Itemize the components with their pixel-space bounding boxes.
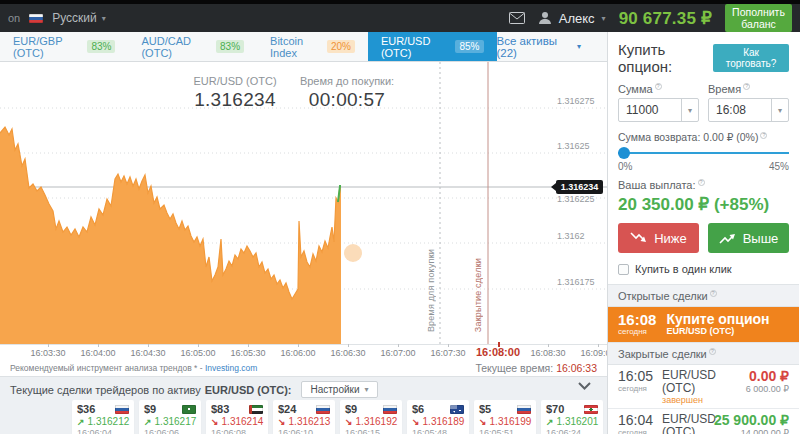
- trade-timestamp: 16:06:15: [345, 428, 397, 434]
- trade-amount: $9: [345, 403, 357, 415]
- trade-timestamp: 16:06:08: [211, 428, 263, 434]
- time-tick-label: 16:06:00: [280, 348, 315, 358]
- time-tick: [298, 344, 299, 347]
- how-to-trade-button[interactable]: Как торговать?: [713, 44, 789, 72]
- trade-price: 1.316213: [289, 416, 331, 427]
- chevron-down-icon[interactable]: [578, 382, 591, 390]
- caret-down-icon: ▾: [102, 14, 106, 23]
- refund-slider[interactable]: [618, 147, 789, 159]
- payout-badge: 83%: [216, 40, 244, 53]
- trader-card[interactable]: $70 ↗ 1.316201 16:06:24: [541, 400, 603, 434]
- trade-timestamp: 16:05:48: [412, 428, 464, 434]
- trade-timestamp: 16:05:51: [479, 428, 531, 434]
- time-tick: [148, 344, 149, 347]
- trade-amount: $83: [211, 403, 229, 415]
- price-tick-label: 1.316275: [557, 96, 595, 106]
- panel-title: Купить опцион:: [618, 41, 713, 75]
- time-tick-label: 16:03:30: [30, 348, 65, 358]
- trader-card[interactable]: $36 ↗ 1.316212 16:06:04: [72, 400, 134, 434]
- one-click-checkbox[interactable]: [618, 264, 629, 275]
- trade-price: 1.316199: [490, 416, 532, 427]
- info-icon: ?: [709, 348, 716, 355]
- user-menu[interactable]: Алекс ▾: [538, 11, 606, 26]
- arrow-down-icon: ↘: [479, 417, 487, 427]
- time-tick-label: 16:07:00: [380, 348, 415, 358]
- user-icon: [538, 11, 552, 25]
- all-assets-link[interactable]: Все активы (22) ▾: [497, 32, 608, 61]
- topbar: on Русский ▾ Алекс ▾ 90 677.35 ₽ Пополн: [0, 0, 800, 32]
- time-tick-label: 16:06:30: [330, 348, 365, 358]
- lower-button[interactable]: Ниже: [618, 223, 699, 253]
- username: Алекс: [559, 11, 595, 26]
- payout-badge: 83%: [87, 40, 115, 53]
- tab-eur-usd--otc-[interactable]: EUR/USD (OTC) 85%: [368, 32, 497, 61]
- info-icon: ?: [655, 83, 662, 90]
- slider-thumb[interactable]: [618, 147, 630, 159]
- country-flag-icon: [249, 405, 263, 414]
- closed-trade-row[interactable]: 16:04 сегодня EUR/USD (OTC) завершен 25 …: [608, 409, 799, 434]
- country-flag-icon: [584, 405, 598, 414]
- trade-status: завершен: [662, 395, 746, 405]
- slider-max: 45%: [769, 161, 789, 172]
- trading-app: on Русский ▾ Алекс ▾ 90 677.35 ₽ Пополн: [0, 0, 800, 434]
- recommend-text: Рекомендуемый инструмент анализа трендов…: [10, 363, 205, 373]
- trade-amount: $36: [77, 403, 95, 415]
- one-click-row: Купить в один клик: [618, 263, 789, 275]
- time-tick: [548, 344, 549, 347]
- trade-time: 16:05: [618, 369, 662, 384]
- topbar-prefix: on: [8, 12, 20, 24]
- time-tick: [598, 344, 599, 347]
- trade-price: 1.316192: [356, 416, 398, 427]
- arrow-up-icon: ↗: [546, 417, 554, 427]
- trade-asset: EUR/USD (OTC): [662, 413, 714, 434]
- time-axis: 16:03:30 16:04:00 16:04:30 16:05:00 16:0…: [0, 344, 607, 359]
- current-price-badge: 1.316234: [556, 180, 603, 194]
- trade-price: 1.316212: [88, 416, 130, 427]
- price-chart: EUR/USD (OTC) 1.316234 Время до покупки:…: [0, 62, 607, 344]
- payout-badge: 20%: [327, 40, 355, 53]
- trade-timestamp: 16:06:04: [77, 428, 129, 434]
- time-tick: [348, 344, 349, 347]
- deposit-button[interactable]: Пополнить баланс: [725, 4, 792, 32]
- traders-panel: Текущие сделки трейдеров по активу EUR/U…: [0, 376, 607, 434]
- trade-price: 1.316189: [423, 416, 465, 427]
- tab-eur-gbp--otc-[interactable]: EUR/GBP (OTC) 83%: [0, 32, 128, 61]
- traders-header-text: Текущие сделки трейдеров по активу: [10, 384, 201, 396]
- trade-amount: $9: [144, 403, 156, 415]
- trader-card[interactable]: $6 ↘ 1.316189 16:05:48: [407, 400, 469, 434]
- tab-aud-cad--otc-[interactable]: AUD/CAD (OTC) 83%: [128, 32, 257, 61]
- settings-button[interactable]: Настройки ▾: [301, 381, 377, 398]
- current-time: 16:06:33: [556, 362, 597, 374]
- time-tick-label: 16:05:00: [180, 348, 215, 358]
- expiry-time-input[interactable]: 16:08 ▾: [708, 98, 789, 122]
- country-flag-icon: [182, 405, 196, 414]
- trader-card[interactable]: $83 ↘ 1.316214 16:06:08: [206, 400, 268, 434]
- trade-price: 1.316217: [155, 416, 197, 427]
- payout-label: Ваша выплата:: [618, 179, 696, 191]
- trader-card[interactable]: $9 ↗ 1.316217 16:06:06: [139, 400, 201, 434]
- current-time-label: Текущее время:: [475, 362, 553, 374]
- trade-timestamp: 16:06:10: [278, 428, 330, 434]
- timer-value: 00:00:57: [272, 89, 422, 111]
- investing-link[interactable]: Investing.com: [205, 363, 257, 373]
- trader-card[interactable]: $24 ↘ 1.316213 16:06:10: [273, 400, 335, 434]
- country-flag-icon: [383, 405, 397, 414]
- closed-trades-list: 16:05 сегодня EUR/USD (OTC) завершен 0.0…: [608, 365, 799, 434]
- trader-card[interactable]: $9 ↘ 1.316192 16:06:15: [340, 400, 402, 434]
- higher-button[interactable]: Выше: [708, 223, 789, 253]
- trader-card[interactable]: $5 ↘ 1.316199 16:05:51: [474, 400, 536, 434]
- open-trade-time: 16:08: [618, 313, 656, 327]
- arrow-down-icon: ↘: [345, 417, 353, 427]
- amount-label: Сумма: [618, 83, 653, 95]
- uptrend-icon: [719, 232, 737, 244]
- closed-trade-row[interactable]: 16:05 сегодня EUR/USD (OTC) завершен 0.0…: [608, 365, 799, 409]
- amount-input[interactable]: 11000 ▾: [618, 98, 699, 122]
- language-selector[interactable]: Русский ▾: [52, 11, 106, 25]
- open-trade-card[interactable]: 16:08 сегодня Купите опцион EUR/USD (OTC…: [608, 307, 799, 342]
- time-tick-label: 16:08:30: [530, 348, 565, 358]
- time-tick: [398, 344, 399, 347]
- envelope-icon[interactable]: [509, 12, 525, 24]
- country-flag-icon: [517, 405, 531, 414]
- tab-bitcoin-index[interactable]: Bitcoin Index 20%: [257, 32, 368, 61]
- info-icon: ?: [698, 179, 705, 186]
